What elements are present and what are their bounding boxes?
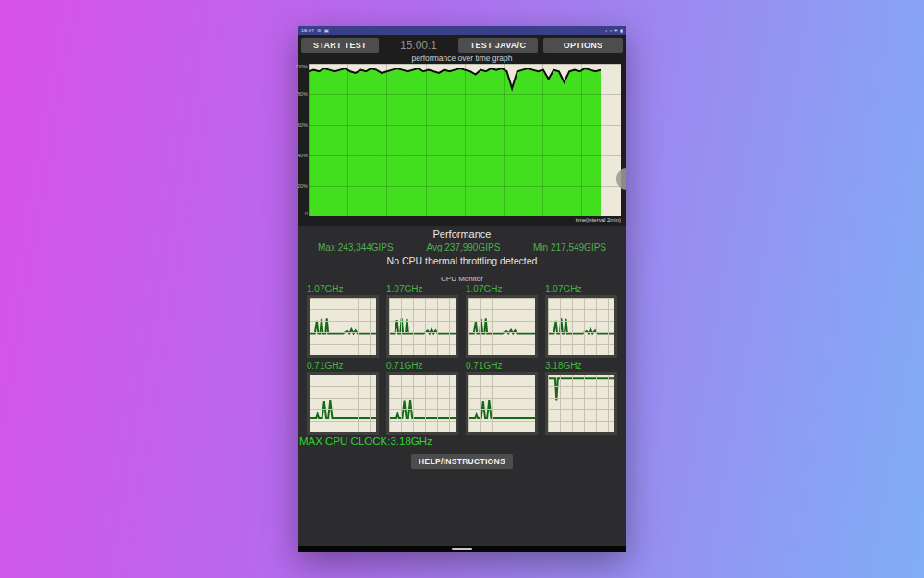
performance-heading: Performance (298, 228, 626, 240)
y-tick-20: 20% (298, 183, 308, 189)
cpu-core-5-clock: 0.71GHz (307, 361, 379, 372)
empty-area (298, 469, 626, 546)
performance-chart: 100% 80% 60% 40% 20% 0 (298, 64, 626, 216)
cpu-core-6-clock: 0.71GHz (386, 361, 458, 372)
cpu-core-1-graph (310, 298, 376, 355)
cpu-core-6-graph (389, 375, 456, 432)
status-right-icons: ↕ ○ ▼ ▮ (605, 26, 623, 35)
cpu-core-2-graph (389, 298, 456, 355)
help-instructions-button[interactable]: HELP/INSTRUCTIONS (411, 454, 513, 469)
performance-plot-area (309, 64, 621, 216)
cpu-core-1: 1.07GHz (307, 284, 379, 358)
cpu-core-4: 1.07GHz (545, 284, 617, 358)
cpu-grid-row-2: 0.71GHz 0.71GHz 0.71GHz 3.18GHz (298, 361, 626, 435)
timer-display: 15:00:1 (384, 39, 453, 52)
cpu-core-8-graph (548, 375, 614, 432)
performance-area-svg (309, 64, 621, 216)
max-gips-value: Max 243,344GIPS (318, 242, 394, 252)
cpu-core-3-clock: 1.07GHz (466, 284, 538, 295)
cpu-core-7-clock: 0.71GHz (466, 361, 538, 372)
min-gips-value: Min 217,549GIPS (533, 242, 606, 252)
start-test-button[interactable]: START TEST (301, 38, 379, 53)
cpu-core-5: 0.71GHz (307, 361, 379, 435)
y-tick-60: 60% (298, 122, 308, 128)
cpu-core-1-clock: 1.07GHz (307, 284, 379, 295)
clock-text: 18:04 (301, 26, 314, 35)
throttle-status-text: No CPU thermal throttling detected (298, 255, 626, 266)
navigation-bar (298, 546, 626, 552)
status-bar: 18:04 ⚙ ▣ ‒ ↕ ○ ▼ ▮ (298, 26, 626, 35)
app-notification-icon: ▣ (324, 26, 329, 35)
cpu-core-3-graph (468, 298, 535, 355)
performance-stats: Max 243,344GIPS Avg 237,990GIPS Min 217,… (298, 242, 626, 252)
cpu-core-3: 1.07GHz (466, 284, 538, 358)
y-tick-0: 0 (305, 211, 308, 216)
toolbar: START TEST 15:00:1 TEST JAVA/C OPTIONS (298, 35, 626, 54)
cpu-grid-row-1: 1.07GHz 1.07GHz 1.07GHz 1.07GHz (298, 284, 626, 358)
options-button[interactable]: OPTIONS (543, 38, 623, 53)
y-tick-40: 40% (298, 153, 308, 158)
cpu-core-7-graph (468, 375, 535, 432)
cpu-monitor-heading: CPU Monitor (298, 275, 626, 283)
cpu-core-7: 0.71GHz (466, 361, 538, 435)
cpu-core-2-clock: 1.07GHz (386, 284, 458, 295)
y-axis-labels: 100% 80% 60% 40% 20% 0 (298, 64, 309, 216)
y-tick-80: 80% (298, 92, 308, 97)
gesture-bar[interactable] (452, 548, 472, 550)
cpu-core-5-graph (310, 375, 376, 432)
test-java-c-button[interactable]: TEST JAVA/C (458, 38, 538, 53)
desktop-background: 18:04 ⚙ ▣ ‒ ↕ ○ ▼ ▮ START TEST 15:00:1 T… (0, 0, 924, 578)
max-cpu-clock-text: MAX CPU CLOCK:3.18GHz (298, 435, 626, 449)
cpu-core-4-clock: 1.07GHz (545, 284, 617, 295)
results-section: Performance Max 243,344GIPS Avg 237,990G… (298, 226, 626, 552)
more-notifications-icon: ‒ (332, 26, 334, 35)
performance-graph-title: performance over time graph (298, 54, 626, 64)
gear-icon: ⚙ (317, 26, 322, 35)
app-window: 18:04 ⚙ ▣ ‒ ↕ ○ ▼ ▮ START TEST 15:00:1 T… (298, 26, 626, 552)
cpu-core-2: 1.07GHz (386, 284, 458, 358)
avg-gips-value: Avg 237,990GIPS (426, 242, 500, 252)
y-tick-100: 100% (295, 64, 308, 69)
cpu-core-4-graph (548, 298, 614, 355)
cpu-core-6: 0.71GHz (386, 361, 458, 435)
cpu-core-8: 3.18GHz (545, 361, 617, 435)
cpu-core-8-clock: 3.18GHz (545, 361, 617, 372)
x-axis-label: time(interval 2min) (298, 216, 626, 226)
